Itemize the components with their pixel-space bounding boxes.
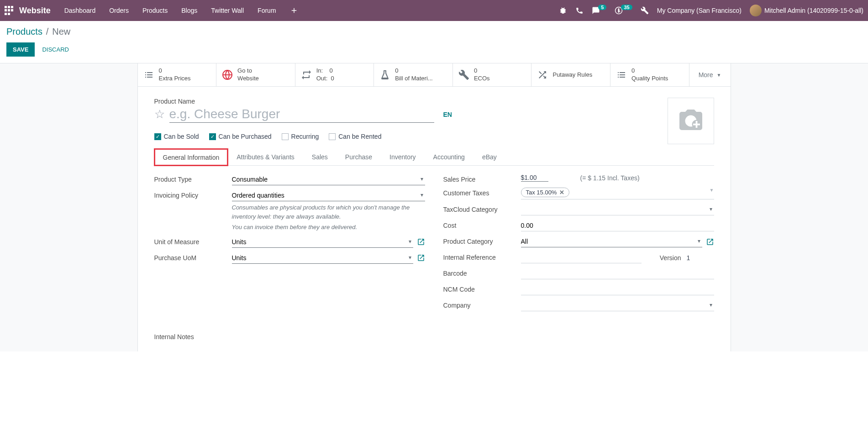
breadcrumb: Products / New — [0, 21, 868, 41]
checkbox-recurring[interactable]: Recurring — [282, 133, 319, 140]
internal-notes-label: Internal Notes — [154, 333, 714, 340]
taxcloud-select[interactable] — [521, 204, 714, 215]
product-image-upload[interactable] — [668, 98, 714, 144]
stat-bom[interactable]: 0Bill of Materi... — [374, 63, 453, 86]
favorite-star-icon[interactable]: ☆ — [154, 107, 165, 121]
tab-sales[interactable]: Sales — [303, 148, 337, 165]
ncm-input[interactable] — [521, 284, 714, 295]
product-type-select[interactable] — [232, 174, 425, 185]
form-body: Product Name ☆ EN Can be Sold Can be Pur… — [138, 87, 731, 351]
label-invoicing-policy: Invoicing Policy — [154, 190, 232, 199]
help-consumable: Consumables are physical products for wh… — [232, 203, 425, 221]
language-badge[interactable]: EN — [443, 111, 452, 118]
invoicing-policy-select[interactable] — [232, 190, 425, 201]
label-purchase-uom: Purchase UoM — [154, 252, 232, 262]
chevron-down-icon: ▼ — [717, 73, 721, 78]
checkbox-can-be-rented[interactable]: Can be Rented — [329, 133, 381, 140]
product-header: Product Name ☆ EN — [154, 98, 714, 123]
topbar: Website Dashboard Orders Products Blogs … — [0, 0, 868, 21]
sales-price-value[interactable]: $1.00 — [521, 174, 548, 182]
form-col-right: Sales Price $1.00 (= $ 1.15 Incl. Taxes)… — [443, 174, 714, 316]
product-name-input[interactable] — [169, 106, 434, 123]
tax-tag[interactable]: Tax 15.00%✕ — [521, 188, 570, 197]
label-ncm: NCM Code — [443, 284, 521, 293]
version-value: 1 — [687, 254, 714, 262]
company-select[interactable] — [521, 300, 714, 311]
label-company: Company — [443, 300, 521, 309]
label-internal-reference: Internal Reference — [443, 252, 521, 261]
nav-twitter-wall[interactable]: Twitter Wall — [211, 7, 244, 14]
activities-icon[interactable]: 35 — [615, 6, 632, 15]
external-link-icon[interactable] — [417, 238, 425, 246]
stat-extra-prices[interactable]: 0Extra Prices — [138, 63, 217, 86]
flask-icon — [379, 69, 390, 81]
activities-badge: 35 — [621, 5, 632, 10]
app-brand[interactable]: Website — [19, 6, 51, 16]
external-link-icon[interactable] — [417, 254, 425, 262]
help-invoice: You can invoice them before they are del… — [232, 223, 425, 232]
stat-putaway[interactable]: Putaway Rules — [531, 63, 610, 86]
remove-tag-icon[interactable]: ✕ — [559, 189, 564, 196]
uom-select[interactable] — [232, 236, 413, 248]
stat-buttons: 0Extra Prices Go toWebsite In: 0 Out: 0 … — [138, 63, 731, 87]
company-selector[interactable]: My Company (San Francisco) — [657, 7, 742, 14]
tabs: General Information Attributes & Variant… — [154, 148, 714, 166]
discard-button[interactable]: DISCARD — [42, 46, 69, 53]
stat-goto-website[interactable]: Go toWebsite — [216, 63, 295, 86]
product-category-select[interactable] — [521, 236, 702, 247]
label-customer-taxes: Customer Taxes — [443, 188, 521, 197]
purchase-uom-select[interactable] — [232, 252, 413, 264]
main-nav: Dashboard Orders Products Blogs Twitter … — [64, 6, 559, 15]
user-menu[interactable]: Mitchell Admin (14020999-15-0-all) — [750, 5, 863, 16]
breadcrumb-current: New — [52, 26, 70, 37]
phone-icon[interactable] — [575, 6, 584, 15]
label-product-type: Product Type — [154, 174, 232, 183]
stat-ecos[interactable]: 0ECOs — [453, 63, 532, 86]
save-button[interactable]: SAVE — [6, 42, 35, 57]
list-icon — [143, 69, 154, 81]
tab-purchase[interactable]: Purchase — [337, 148, 381, 165]
nav-forum[interactable]: Forum — [258, 7, 276, 14]
label-uom: Unit of Measure — [154, 236, 232, 246]
general-info-form: Product Type Invoicing Policy Consumable… — [154, 166, 714, 324]
bug-icon[interactable] — [559, 6, 567, 15]
nav-products[interactable]: Products — [142, 7, 168, 14]
shuffle-icon — [537, 69, 548, 81]
internal-reference-input[interactable] — [521, 252, 642, 263]
cost-input[interactable] — [521, 220, 714, 231]
nav-orders[interactable]: Orders — [109, 7, 129, 14]
external-link-icon[interactable] — [706, 237, 714, 246]
nav-dashboard[interactable]: Dashboard — [64, 7, 96, 14]
nav-add-icon[interactable] — [290, 6, 298, 15]
label-barcode: Barcode — [443, 268, 521, 277]
topbar-right: 5 35 My Company (San Francisco) Mitchell… — [559, 5, 863, 16]
apps-menu-icon[interactable] — [5, 6, 14, 15]
product-name-label: Product Name — [154, 98, 714, 105]
stat-in-out[interactable]: In: 0 Out: 0 — [295, 63, 374, 86]
tab-accounting[interactable]: Accounting — [425, 148, 473, 165]
tools-icon[interactable] — [641, 6, 649, 15]
checkbox-icon — [209, 133, 216, 140]
nav-blogs[interactable]: Blogs — [181, 7, 197, 14]
chevron-down-icon[interactable]: ▼ — [710, 188, 714, 197]
stat-more[interactable]: More ▼ — [689, 63, 731, 86]
tab-ebay[interactable]: eBay — [473, 148, 505, 165]
label-sales-price: Sales Price — [443, 174, 521, 183]
stat-quality[interactable]: 0Quality Points — [610, 63, 689, 86]
messages-icon[interactable]: 5 — [592, 6, 606, 15]
checkbox-icon — [282, 133, 289, 140]
checkbox-can-be-sold[interactable]: Can be Sold — [154, 133, 199, 140]
action-bar: SAVE DISCARD — [0, 41, 868, 63]
sales-price-note: (= $ 1.15 Incl. Taxes) — [580, 174, 640, 182]
checkbox-can-be-purchased[interactable]: Can be Purchased — [209, 133, 272, 140]
label-version: Version — [660, 254, 681, 262]
breadcrumb-parent[interactable]: Products — [6, 26, 42, 37]
barcode-input[interactable] — [521, 268, 714, 279]
tab-attributes-variants[interactable]: Attributes & Variants — [228, 148, 303, 165]
tab-inventory[interactable]: Inventory — [381, 148, 425, 165]
label-taxcloud: TaxCloud Category — [443, 204, 521, 213]
tab-general-information[interactable]: General Information — [154, 149, 228, 166]
list-icon — [616, 69, 627, 81]
breadcrumb-separator: / — [46, 26, 49, 37]
user-name: Mitchell Admin (14020999-15-0-all) — [764, 7, 863, 14]
